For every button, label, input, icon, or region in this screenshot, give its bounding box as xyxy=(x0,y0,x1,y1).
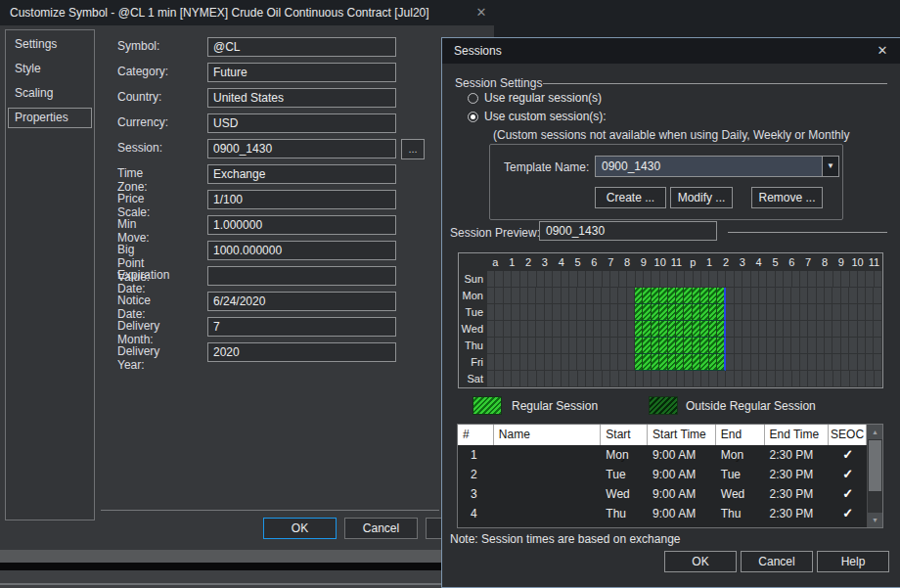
symbol-input[interactable] xyxy=(207,37,396,57)
grid-cell xyxy=(800,338,808,354)
delivery-month-input[interactable] xyxy=(207,317,396,337)
scroll-down-arrow-icon[interactable]: ▼ xyxy=(868,513,882,527)
close-icon[interactable]: ✕ xyxy=(472,0,491,25)
grid-hour-label: 11 xyxy=(866,253,882,271)
scrollbar-thumb[interactable] xyxy=(869,440,881,491)
min-move-input[interactable] xyxy=(207,215,396,235)
session-browse-button[interactable]: ... xyxy=(401,139,425,159)
table-row[interactable]: 2Tue9:00 AMTue2:30 PM✓ xyxy=(458,465,867,484)
grid-cell xyxy=(709,271,717,288)
grid-cell xyxy=(742,338,750,354)
radio-button-icon[interactable] xyxy=(468,112,478,122)
table-header-end-time[interactable]: End Time xyxy=(765,425,830,445)
grid-cell xyxy=(594,354,602,371)
modify-button[interactable]: Modify ... xyxy=(670,187,733,208)
template-name-combobox[interactable]: 0900_1430 ▼ xyxy=(595,156,839,177)
grid-cell xyxy=(537,271,545,288)
grid-hour-labels: a1234567891011p1234567891011 xyxy=(487,253,882,271)
grid-cell xyxy=(685,371,693,387)
grid-cell xyxy=(627,304,635,321)
grid-cell xyxy=(800,354,808,371)
sidebar-item-scaling[interactable]: Scaling xyxy=(8,83,92,104)
grid-hour-label: 1 xyxy=(701,253,718,271)
grid-cell xyxy=(817,304,825,321)
grid-cell xyxy=(866,354,874,371)
price-scale-input[interactable] xyxy=(207,190,396,209)
grid-cell xyxy=(528,288,536,304)
cancel-button[interactable]: Cancel xyxy=(741,551,813,572)
grid-cell xyxy=(586,354,594,371)
table-header-seoc[interactable]: SEOC xyxy=(829,425,867,445)
help-button[interactable]: Help xyxy=(817,551,889,572)
radio-use-custom-session-s[interactable]: Use custom session(s): xyxy=(468,109,607,124)
table-cell-seoc: ✓ xyxy=(829,445,867,465)
grid-cell xyxy=(800,288,808,304)
currency-input[interactable] xyxy=(207,113,396,133)
grid-cell xyxy=(776,304,784,321)
session-input[interactable] xyxy=(207,139,396,158)
close-icon[interactable]: ✕ xyxy=(873,38,892,64)
ok-button[interactable]: OK xyxy=(263,518,337,539)
table-row[interactable]: 5Fri9:00 AMFri2:30 PM✓ xyxy=(458,523,867,527)
radio-button-icon[interactable] xyxy=(468,93,478,104)
ok-button[interactable]: OK xyxy=(664,551,737,572)
grid-cell xyxy=(545,354,553,371)
table-row[interactable]: 1Mon9:00 AMMon2:30 PM✓ xyxy=(458,445,867,465)
session-preview-field[interactable]: 0900_1430 xyxy=(539,221,717,241)
grid-cell xyxy=(833,271,841,288)
expiration-date-input[interactable] xyxy=(207,266,396,286)
customize-title-bar[interactable]: Customize Symbol - @CL 1 min [NYMEX] Cru… xyxy=(0,0,494,25)
table-header-[interactable]: # xyxy=(458,425,494,445)
chevron-down-icon[interactable]: ▼ xyxy=(822,157,838,176)
delivery-year-input[interactable] xyxy=(207,342,396,362)
table-header-end-day[interactable]: End Day xyxy=(716,425,765,445)
sessions-title-bar[interactable]: Sessions ✕ xyxy=(442,38,900,64)
table-header-start-day[interactable]: Start Day xyxy=(601,425,648,445)
delivery-year-label: Delivery Year: xyxy=(117,344,159,372)
country-input[interactable] xyxy=(207,88,396,108)
category-input[interactable] xyxy=(207,63,396,82)
create-button[interactable]: Create ... xyxy=(595,187,666,208)
table-row[interactable]: 4Thu9:00 AMThu2:30 PM✓ xyxy=(458,504,867,523)
grid-hour-label: 1 xyxy=(504,253,520,271)
table-header-name[interactable]: Name xyxy=(494,425,601,445)
table-header-start-time[interactable]: Start Time xyxy=(648,425,716,445)
radio-use-regular-session-s[interactable]: Use regular session(s) xyxy=(468,90,602,106)
big-point-value-input[interactable] xyxy=(207,241,396,260)
grid-cell xyxy=(784,288,791,304)
checkmark-icon: ✓ xyxy=(842,447,853,462)
grid-cell xyxy=(735,321,742,338)
radio-label: Use regular session(s) xyxy=(484,91,602,105)
scrollbar-track[interactable] xyxy=(868,492,882,513)
scroll-up-arrow-icon[interactable]: ▲ xyxy=(868,425,882,439)
sidebar-item-settings[interactable]: Settings xyxy=(8,34,92,55)
grid-cell xyxy=(545,271,553,288)
grid-cell xyxy=(627,354,635,371)
category-label: Category: xyxy=(117,65,168,78)
grid-cell xyxy=(718,271,726,288)
grid-cell xyxy=(495,354,503,371)
symbol-label: Symbol: xyxy=(117,39,159,53)
sidebar-item-style[interactable]: Style xyxy=(8,59,92,79)
grid-cell xyxy=(685,271,693,288)
grid-cell xyxy=(742,271,750,288)
remove-button[interactable]: Remove ... xyxy=(751,187,823,208)
grid-cell xyxy=(751,321,759,338)
notice-date-input[interactable] xyxy=(207,292,396,311)
grid-cell xyxy=(677,371,685,387)
table-scrollbar[interactable]: ▲ ▼ xyxy=(867,425,882,527)
sidebar-item-properties[interactable]: Properties xyxy=(8,108,92,128)
grid-cell xyxy=(742,371,750,387)
table-cell-start_day: Thu xyxy=(601,504,648,523)
table-cell-name xyxy=(494,465,601,484)
grid-cell xyxy=(635,288,643,304)
grid-cell xyxy=(586,371,594,387)
grid-cell xyxy=(784,304,791,321)
grid-cell xyxy=(776,321,784,338)
grid-cell xyxy=(512,321,519,338)
grid-cell xyxy=(701,371,709,387)
time-zone-input[interactable] xyxy=(207,164,396,184)
cancel-button[interactable]: Cancel xyxy=(344,518,418,539)
table-row[interactable]: 3Wed9:00 AMWed2:30 PM✓ xyxy=(458,484,867,504)
grid-cell xyxy=(677,271,685,288)
